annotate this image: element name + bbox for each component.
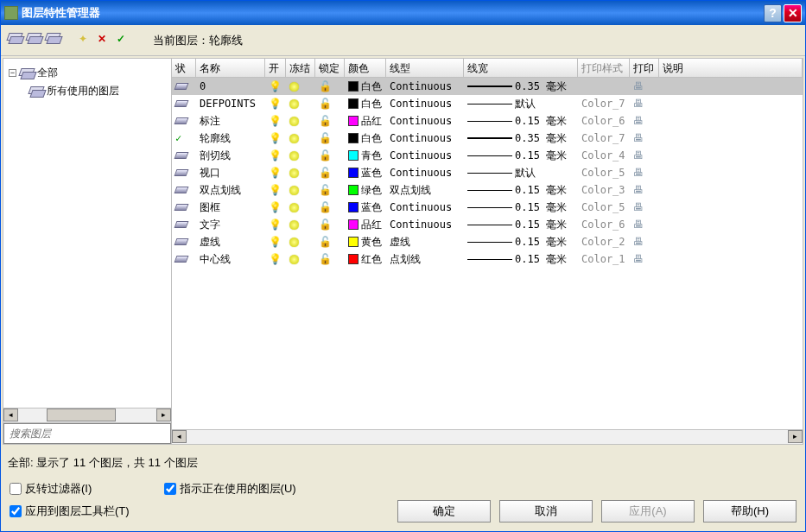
- desc-cell[interactable]: [659, 154, 803, 157]
- lock-icon[interactable]: 🔓: [319, 218, 332, 231]
- titlebar-help-button[interactable]: ?: [764, 4, 782, 22]
- scroll-left-button[interactable]: ◂: [172, 430, 187, 443]
- color-swatch[interactable]: [348, 185, 359, 195]
- color-swatch[interactable]: [348, 150, 359, 161]
- sun-icon[interactable]: [289, 168, 299, 178]
- lineweight-cell[interactable]: 默认: [464, 164, 578, 182]
- linetype-cell[interactable]: Continuous: [386, 96, 464, 111]
- bulb-icon[interactable]: 💡: [269, 201, 282, 213]
- lineweight-cell[interactable]: 默认: [464, 95, 578, 113]
- col-freeze[interactable]: 冻结: [286, 59, 315, 77]
- lineweight-cell[interactable]: 0.15 毫米: [464, 233, 578, 251]
- color-swatch[interactable]: [348, 202, 359, 212]
- color-swatch[interactable]: [348, 133, 359, 143]
- sun-icon[interactable]: [289, 117, 299, 126]
- scroll-left-button[interactable]: ◂: [3, 408, 18, 421]
- sun-icon[interactable]: [289, 151, 299, 161]
- plotstyle-cell[interactable]: Color_6: [578, 217, 630, 232]
- col-name[interactable]: 名称: [196, 59, 265, 77]
- cancel-button[interactable]: 取消: [499, 500, 593, 522]
- linetype-cell[interactable]: Continuous: [386, 130, 464, 146]
- color-swatch[interactable]: [348, 254, 359, 264]
- plotstyle-cell[interactable]: Color_5: [578, 165, 630, 180]
- col-color[interactable]: 颜色: [345, 59, 386, 77]
- bulb-icon[interactable]: 💡: [269, 115, 282, 127]
- desc-cell[interactable]: [659, 102, 803, 105]
- layer-row[interactable]: 双点划线💡🔓绿色双点划线 0.15 毫米Color_3🖶: [172, 181, 803, 199]
- linetype-cell[interactable]: Continuous: [386, 148, 464, 163]
- apply-button[interactable]: 应用(A): [601, 500, 695, 522]
- col-lock[interactable]: 锁定: [315, 59, 345, 77]
- bulb-icon[interactable]: 💡: [269, 80, 282, 92]
- plotstyle-cell[interactable]: Color_3: [578, 182, 630, 198]
- sun-icon[interactable]: [289, 203, 299, 212]
- printer-icon[interactable]: 🖶: [633, 115, 644, 127]
- layer-name[interactable]: 虚线: [196, 233, 265, 251]
- printer-icon[interactable]: 🖶: [633, 149, 644, 162]
- sun-icon[interactable]: [289, 99, 299, 109]
- linetype-cell[interactable]: Continuous: [386, 165, 464, 180]
- sun-icon[interactable]: [289, 220, 299, 230]
- bulb-icon[interactable]: 💡: [269, 253, 282, 265]
- scroll-thumb[interactable]: [47, 408, 116, 421]
- layer-name[interactable]: 视口: [196, 164, 265, 182]
- printer-icon[interactable]: 🖶: [633, 132, 644, 144]
- lock-icon[interactable]: 🔓: [319, 80, 332, 92]
- desc-cell[interactable]: [659, 171, 803, 174]
- indicate-in-use-checkbox[interactable]: 指示正在使用的图层(U): [164, 478, 296, 500]
- plotstyle-cell[interactable]: Color_4: [578, 148, 630, 163]
- lineweight-cell[interactable]: 0.15 毫米: [464, 199, 578, 217]
- lock-icon[interactable]: 🔓: [319, 115, 332, 127]
- layer-row[interactable]: DEFPOINTS💡🔓白色Continuous 默认Color_7🖶: [172, 95, 803, 112]
- printer-icon[interactable]: 🖶: [633, 236, 644, 248]
- new-layer-icon[interactable]: ✦: [79, 33, 94, 48]
- lineweight-cell[interactable]: 0.35 毫米: [464, 78, 578, 96]
- color-swatch[interactable]: [348, 168, 359, 178]
- linetype-cell[interactable]: Continuous: [386, 113, 464, 129]
- layer-row[interactable]: 文字💡🔓品红Continuous 0.15 毫米Color_6🖶: [172, 216, 803, 233]
- lineweight-cell[interactable]: 0.15 毫米: [464, 112, 578, 130]
- lock-icon[interactable]: 🔓: [319, 253, 332, 265]
- lock-icon[interactable]: 🔓: [319, 167, 332, 179]
- lock-icon[interactable]: 🔓: [319, 149, 332, 162]
- search-input[interactable]: [3, 423, 171, 444]
- bulb-icon[interactable]: 💡: [269, 236, 282, 248]
- layer-row[interactable]: ✓轮廓线💡🔓白色Continuous 0.35 毫米Color_7🖶: [172, 130, 803, 147]
- scroll-right-button[interactable]: ▸: [788, 430, 803, 443]
- lock-icon[interactable]: 🔓: [319, 132, 332, 144]
- bulb-icon[interactable]: 💡: [269, 98, 282, 110]
- layer-name[interactable]: 轮廓线: [196, 130, 265, 148]
- bulb-icon[interactable]: 💡: [269, 149, 282, 162]
- apply-toolbar-input[interactable]: [10, 505, 22, 517]
- layer-row[interactable]: 剖切线💡🔓青色Continuous 0.15 毫米Color_4🖶: [172, 147, 803, 164]
- linetype-cell[interactable]: 点划线: [386, 250, 464, 269]
- lock-icon[interactable]: 🔓: [319, 98, 332, 110]
- tree-child-item[interactable]: 所有使用的图层: [28, 82, 168, 100]
- printer-icon[interactable]: 🖶: [633, 201, 644, 213]
- col-plot[interactable]: 打印: [630, 59, 659, 77]
- ok-button[interactable]: 确定: [397, 500, 491, 522]
- sun-icon[interactable]: [289, 82, 299, 92]
- printer-icon[interactable]: 🖶: [633, 218, 644, 231]
- layer-name[interactable]: 文字: [196, 216, 265, 234]
- scroll-right-button[interactable]: ▸: [156, 408, 171, 421]
- color-swatch[interactable]: [348, 98, 359, 109]
- color-swatch[interactable]: [348, 219, 359, 230]
- printer-icon[interactable]: 🖶: [633, 253, 644, 265]
- set-current-icon[interactable]: ✓: [117, 33, 132, 48]
- desc-cell[interactable]: [659, 188, 803, 192]
- color-swatch[interactable]: [348, 237, 359, 247]
- bulb-icon[interactable]: 💡: [269, 132, 282, 144]
- layer-name[interactable]: 0: [196, 79, 265, 94]
- plotstyle-cell[interactable]: Color_1: [578, 251, 630, 267]
- layer-name[interactable]: 中心线: [196, 250, 265, 269]
- layer-row[interactable]: 0💡🔓白色Continuous 0.35 毫米🖶: [172, 78, 803, 95]
- desc-cell[interactable]: [659, 136, 803, 140]
- lineweight-cell[interactable]: 0.15 毫米: [464, 147, 578, 165]
- linetype-cell[interactable]: 虚线: [386, 233, 464, 251]
- layer-row[interactable]: 视口💡🔓蓝色Continuous 默认Color_5🖶: [172, 164, 803, 181]
- bulb-icon[interactable]: 💡: [269, 184, 282, 196]
- linetype-cell[interactable]: Continuous: [386, 200, 464, 215]
- col-status[interactable]: 状: [172, 59, 196, 77]
- bulb-icon[interactable]: 💡: [269, 167, 282, 179]
